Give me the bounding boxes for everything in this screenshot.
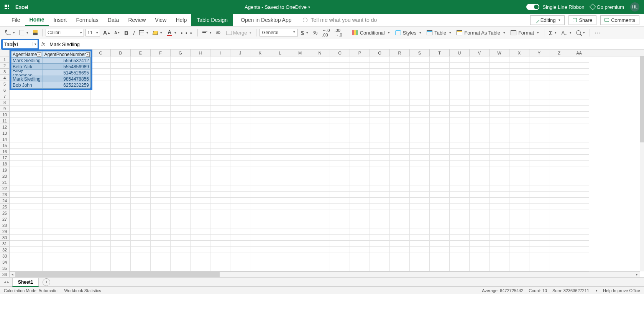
cell[interactable] bbox=[529, 87, 549, 93]
cell[interactable] bbox=[490, 130, 509, 136]
cell[interactable] bbox=[151, 149, 171, 155]
cell[interactable] bbox=[529, 118, 549, 124]
cell[interactable] bbox=[330, 56, 350, 63]
scroll-thumb[interactable] bbox=[15, 272, 220, 277]
cell[interactable] bbox=[390, 99, 410, 106]
cell[interactable] bbox=[549, 167, 569, 173]
cell[interactable] bbox=[430, 241, 450, 247]
cell[interactable] bbox=[10, 136, 43, 142]
cell[interactable] bbox=[370, 192, 390, 198]
cell[interactable] bbox=[390, 167, 410, 173]
cell[interactable] bbox=[191, 75, 210, 81]
cell[interactable] bbox=[230, 87, 250, 93]
cell[interactable] bbox=[410, 87, 430, 93]
cell[interactable] bbox=[250, 216, 270, 222]
cell[interactable] bbox=[270, 136, 290, 142]
number-format-select[interactable]: General▾ bbox=[260, 29, 298, 36]
open-in-desktop-button[interactable]: Open in Desktop App bbox=[241, 17, 291, 23]
cell[interactable] bbox=[230, 173, 250, 179]
cell[interactable] bbox=[430, 192, 450, 198]
cell[interactable] bbox=[10, 247, 43, 253]
sheet-nav-prev-icon[interactable]: ◂ bbox=[4, 280, 6, 284]
cell[interactable] bbox=[450, 112, 470, 118]
more-font-button[interactable]: • • • bbox=[179, 29, 194, 37]
cell[interactable] bbox=[370, 204, 390, 210]
cell[interactable] bbox=[250, 173, 270, 179]
cell[interactable] bbox=[290, 106, 310, 112]
cell[interactable] bbox=[250, 93, 270, 99]
cell[interactable] bbox=[330, 173, 350, 179]
cell[interactable] bbox=[529, 228, 549, 235]
row-header[interactable]: 25 bbox=[0, 204, 10, 210]
font-name-select[interactable]: Calibri▾ bbox=[46, 29, 84, 36]
column-header[interactable]: V bbox=[470, 50, 490, 56]
cell[interactable] bbox=[151, 87, 171, 93]
cell[interactable] bbox=[370, 93, 390, 99]
cell[interactable] bbox=[330, 265, 350, 271]
cell[interactable] bbox=[151, 93, 171, 99]
cell[interactable] bbox=[370, 87, 390, 93]
cell[interactable] bbox=[230, 265, 250, 271]
cell[interactable] bbox=[230, 112, 250, 118]
cell[interactable] bbox=[490, 112, 509, 118]
cell[interactable] bbox=[430, 253, 450, 259]
cell[interactable] bbox=[549, 142, 569, 149]
cell[interactable] bbox=[569, 265, 589, 271]
cell[interactable] bbox=[430, 69, 450, 75]
cell[interactable] bbox=[10, 265, 43, 271]
cell[interactable] bbox=[569, 228, 589, 235]
cell[interactable] bbox=[549, 259, 569, 265]
cell[interactable] bbox=[250, 241, 270, 247]
cell[interactable] bbox=[111, 124, 131, 130]
cell[interactable] bbox=[111, 253, 131, 259]
cell[interactable] bbox=[10, 142, 43, 149]
cell[interactable] bbox=[549, 155, 569, 161]
tab-insert[interactable]: Insert bbox=[49, 14, 71, 26]
row-header[interactable]: 28 bbox=[0, 222, 10, 228]
cell[interactable] bbox=[410, 265, 430, 271]
cell[interactable] bbox=[569, 179, 589, 185]
cell[interactable] bbox=[549, 87, 569, 93]
cell[interactable] bbox=[131, 210, 151, 216]
fill-color-button[interactable]: ▾ bbox=[151, 30, 164, 36]
cell[interactable] bbox=[43, 93, 91, 99]
cell[interactable] bbox=[330, 124, 350, 130]
cell[interactable] bbox=[569, 87, 589, 93]
cell[interactable] bbox=[549, 112, 569, 118]
editing-mode-button[interactable]: Editing ▾ bbox=[530, 15, 565, 25]
cell[interactable] bbox=[490, 173, 509, 179]
cell[interactable] bbox=[310, 259, 330, 265]
cell[interactable] bbox=[91, 179, 111, 185]
cell[interactable] bbox=[549, 75, 569, 81]
paste-button[interactable]: ▾ bbox=[18, 29, 30, 36]
cell[interactable] bbox=[430, 259, 450, 265]
cell[interactable] bbox=[310, 136, 330, 142]
row-header[interactable]: 8 bbox=[0, 99, 10, 106]
cell[interactable] bbox=[43, 130, 91, 136]
cell[interactable] bbox=[43, 192, 91, 198]
cell[interactable] bbox=[509, 118, 529, 124]
cell[interactable] bbox=[470, 155, 490, 161]
cell[interactable] bbox=[569, 198, 589, 204]
cell[interactable] bbox=[569, 124, 589, 130]
cell[interactable] bbox=[529, 112, 549, 118]
cell[interactable] bbox=[91, 161, 111, 167]
cell[interactable] bbox=[250, 192, 270, 198]
cell[interactable] bbox=[509, 185, 529, 192]
column-header[interactable]: Z bbox=[549, 50, 569, 56]
cell[interactable] bbox=[410, 136, 430, 142]
cell[interactable] bbox=[470, 235, 490, 241]
cell[interactable] bbox=[549, 235, 569, 241]
cell[interactable] bbox=[151, 253, 171, 259]
cell[interactable] bbox=[390, 247, 410, 253]
cell[interactable] bbox=[410, 56, 430, 63]
column-header[interactable]: S bbox=[410, 50, 430, 56]
cell[interactable] bbox=[370, 81, 390, 87]
cell[interactable] bbox=[290, 210, 310, 216]
cell[interactable] bbox=[171, 210, 191, 216]
tab-table-design[interactable]: Table Design bbox=[191, 14, 233, 26]
cell[interactable] bbox=[210, 265, 230, 271]
cell[interactable] bbox=[191, 179, 210, 185]
formula-bar-input[interactable] bbox=[47, 41, 644, 48]
cell[interactable] bbox=[191, 118, 210, 124]
